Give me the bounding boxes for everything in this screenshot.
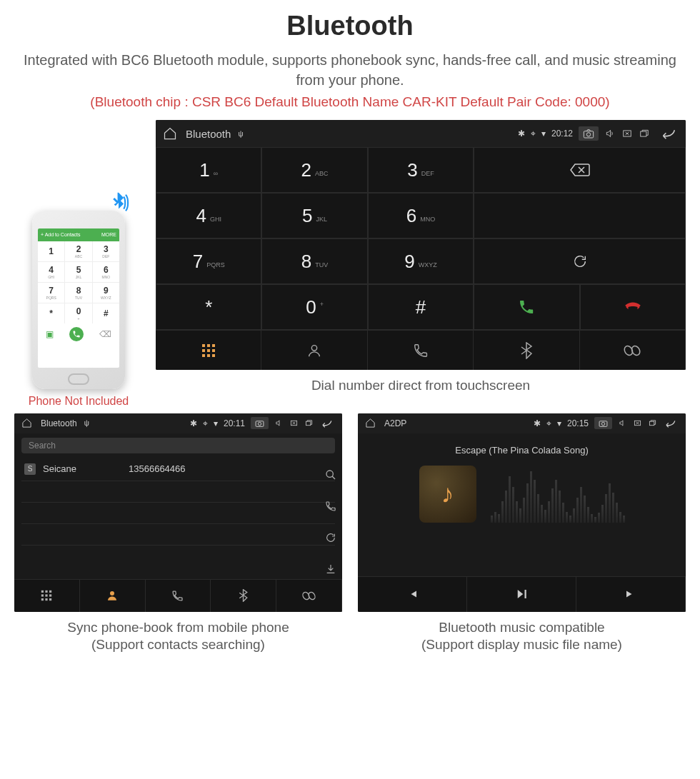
svg-point-30 [110, 591, 114, 595]
album-art: ♪ [419, 466, 476, 523]
statusbar-title: Bluetooth [41, 418, 77, 428]
key-6[interactable]: 6MNO [368, 193, 474, 238]
clock-time: 20:11 [224, 418, 245, 428]
backspace-key[interactable] [474, 147, 686, 193]
contact-name: Seicane [43, 463, 129, 474]
volume-icon[interactable] [604, 129, 616, 139]
svg-rect-7 [202, 349, 205, 352]
refresh-key[interactable] [474, 238, 686, 284]
camera-icon[interactable] [579, 126, 599, 141]
phone-mockup-column: + Add to Contacts MORE 12ABC3DEF4GHI5JKL… [14, 211, 143, 408]
play-pause-button[interactable] [467, 577, 576, 612]
camera-icon[interactable] [594, 417, 612, 429]
svg-rect-27 [41, 598, 44, 600]
back-icon[interactable] [659, 128, 676, 139]
back-icon[interactable] [663, 419, 676, 428]
home-icon[interactable] [365, 418, 376, 428]
volume-icon[interactable] [274, 419, 284, 427]
dialer-screen: Bluetooth ψ ✱ ⌖ ▾ 20:12 [156, 120, 686, 370]
search-input[interactable]: Search [21, 438, 335, 453]
close-app-icon[interactable] [289, 419, 299, 427]
tab-keypad[interactable] [156, 331, 261, 370]
bluetooth-status-icon: ✱ [518, 129, 525, 139]
dial-button [69, 327, 84, 341]
tab-pair[interactable] [580, 331, 686, 370]
key-9[interactable]: 9WXYZ [368, 238, 474, 284]
recent-apps-icon[interactable] [639, 129, 650, 139]
svg-rect-25 [46, 595, 48, 597]
phone-home-button [68, 373, 89, 385]
home-icon[interactable] [21, 418, 32, 428]
svg-rect-19 [306, 421, 310, 426]
phone-header: + Add to Contacts MORE [38, 228, 119, 241]
music-statusbar: A2DP ✱ ⌖ ▾ 20:15 [358, 413, 686, 433]
dialer-statusbar: Bluetooth ψ ✱ ⌖ ▾ 20:12 [156, 120, 686, 147]
key-8[interactable]: 8TUV [261, 238, 367, 284]
home-icon[interactable] [163, 126, 177, 141]
key-1[interactable]: 1∞ [156, 147, 261, 193]
contact-row-empty [21, 524, 335, 546]
svg-point-13 [311, 345, 316, 350]
music-visualizer: ♪ [369, 466, 674, 523]
location-icon: ⌖ [531, 129, 536, 139]
key-0[interactable]: 0+ [261, 284, 367, 330]
call-end-key[interactable] [580, 284, 686, 330]
tab-keypad[interactable] [14, 580, 80, 612]
contacts-list: S Seicane 13566664466 [14, 458, 342, 579]
svg-rect-29 [49, 598, 51, 600]
refresh-icon[interactable] [325, 532, 336, 543]
svg-rect-23 [49, 590, 51, 593]
close-app-icon[interactable] [633, 419, 642, 427]
key-star[interactable]: * [156, 284, 261, 330]
tab-pair[interactable] [276, 580, 342, 612]
svg-point-1 [586, 133, 590, 136]
prev-track-button[interactable] [358, 577, 467, 612]
svg-rect-10 [202, 354, 205, 357]
svg-rect-8 [207, 349, 210, 352]
tab-bluetooth[interactable] [211, 580, 276, 612]
phone-mockup: + Add to Contacts MORE 12ABC3DEF4GHI5JKL… [32, 211, 125, 389]
close-app-icon[interactable] [621, 129, 633, 139]
key-5[interactable]: 5JKL [261, 193, 367, 238]
svg-point-20 [326, 471, 333, 477]
music-caption: Bluetooth music compatible(Support displ… [358, 619, 686, 654]
next-track-button[interactable] [576, 577, 686, 612]
svg-rect-9 [212, 349, 215, 352]
key-3[interactable]: 3DEF [368, 147, 474, 193]
tab-contacts[interactable] [261, 331, 367, 370]
bluetooth-signal-icon [106, 191, 131, 215]
volume-icon[interactable] [618, 419, 627, 427]
contacts-statusbar: Bluetooth ψ ✱ ⌖ ▾ 20:11 [14, 413, 342, 433]
download-icon[interactable] [325, 563, 336, 575]
song-title: Escape (The Pina Colada Song) [455, 445, 588, 456]
call-answer-key[interactable] [474, 284, 579, 330]
key-2[interactable]: 2ABC [261, 147, 367, 193]
key-4[interactable]: 4GHI [156, 193, 261, 238]
tab-call-log[interactable] [146, 580, 211, 612]
statusbar-title: Bluetooth [186, 128, 231, 140]
phone-not-included-note: Phone Not Included [14, 395, 143, 408]
recent-apps-icon[interactable] [648, 419, 657, 427]
tab-call-log[interactable] [368, 331, 474, 370]
dialer-caption: Dial number direct from touchscreen [156, 377, 686, 395]
camera-icon[interactable] [251, 417, 269, 429]
music-body: Escape (The Pina Colada Song) ♪ [358, 433, 686, 576]
svg-point-17 [258, 423, 261, 426]
contact-row-empty [21, 481, 335, 503]
recent-apps-icon[interactable] [304, 419, 314, 427]
key-7[interactable]: 7PQRS [156, 238, 261, 284]
key-hash[interactable]: # [368, 284, 474, 330]
search-icon[interactable] [325, 469, 336, 481]
side-action-icons [325, 469, 336, 575]
tab-bluetooth[interactable] [474, 331, 579, 370]
page-title: Bluetooth [14, 11, 686, 41]
equalizer-bars [491, 466, 625, 523]
usb-icon: ψ [84, 419, 89, 427]
back-icon[interactable] [319, 419, 332, 428]
wifi-icon: ▾ [541, 129, 546, 139]
contact-row[interactable]: S Seicane 13566664466 [21, 458, 335, 481]
svg-rect-24 [41, 595, 44, 597]
tab-contacts[interactable] [80, 580, 146, 612]
svg-rect-5 [207, 344, 210, 347]
call-icon[interactable] [325, 501, 336, 512]
